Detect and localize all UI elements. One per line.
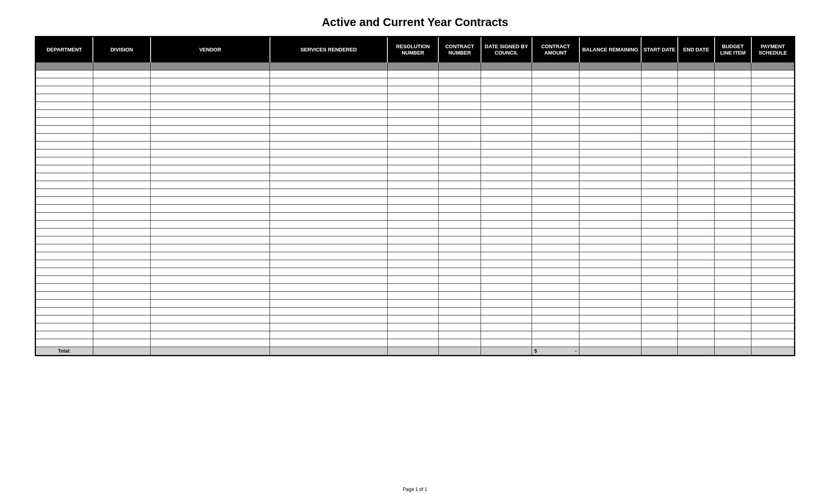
cell xyxy=(438,62,481,70)
cell xyxy=(93,252,151,260)
cell xyxy=(270,78,388,86)
cell xyxy=(641,62,678,70)
cell xyxy=(532,173,579,181)
cell xyxy=(751,126,795,134)
cell xyxy=(579,315,641,323)
cell xyxy=(751,62,795,70)
cell xyxy=(151,94,270,102)
cell xyxy=(532,260,579,268)
cell xyxy=(751,110,795,118)
cell xyxy=(678,110,715,118)
cell xyxy=(579,252,641,260)
cell xyxy=(270,157,388,165)
cell xyxy=(579,236,641,244)
cell xyxy=(678,228,715,236)
cell xyxy=(36,268,93,276)
cell xyxy=(36,173,93,181)
cell xyxy=(751,205,795,213)
cell xyxy=(387,252,438,260)
cell xyxy=(751,323,795,331)
cell xyxy=(93,236,151,244)
cell xyxy=(678,276,715,284)
table-row xyxy=(36,213,795,221)
cell xyxy=(93,94,151,102)
cell xyxy=(579,86,641,94)
total-cell xyxy=(481,347,532,356)
cell xyxy=(715,292,751,300)
cell xyxy=(151,315,270,323)
cell xyxy=(678,260,715,268)
cell xyxy=(387,244,438,252)
cell xyxy=(715,323,751,331)
cell xyxy=(270,292,388,300)
cell xyxy=(481,118,532,126)
cell xyxy=(751,228,795,236)
cell xyxy=(93,189,151,197)
cell xyxy=(641,331,678,339)
cell xyxy=(641,244,678,252)
cell xyxy=(641,134,678,142)
table-row xyxy=(36,142,795,149)
cell xyxy=(715,236,751,244)
cell xyxy=(481,181,532,189)
cell xyxy=(387,315,438,323)
cell xyxy=(532,315,579,323)
cell xyxy=(579,149,641,157)
table-row xyxy=(36,94,795,102)
cell xyxy=(270,86,388,94)
cell xyxy=(481,165,532,173)
cell xyxy=(36,292,93,300)
cell xyxy=(438,157,481,165)
cell xyxy=(481,94,532,102)
total-cell xyxy=(641,347,678,356)
cell xyxy=(36,118,93,126)
cell xyxy=(579,62,641,70)
table-row xyxy=(36,62,795,70)
cell xyxy=(751,268,795,276)
cell xyxy=(438,149,481,157)
cell xyxy=(438,292,481,300)
cell xyxy=(641,94,678,102)
page-footer: Page 1 of 1 xyxy=(0,487,830,492)
cell xyxy=(678,189,715,197)
cell xyxy=(387,205,438,213)
cell xyxy=(270,268,388,276)
table-row xyxy=(36,78,795,86)
cell xyxy=(641,189,678,197)
cell xyxy=(93,173,151,181)
cell xyxy=(93,315,151,323)
cell xyxy=(579,221,641,228)
cell xyxy=(438,323,481,331)
cell xyxy=(438,300,481,308)
cell xyxy=(641,86,678,94)
cell xyxy=(715,134,751,142)
cell xyxy=(438,165,481,173)
cell xyxy=(151,165,270,173)
table-row xyxy=(36,315,795,323)
cell xyxy=(641,181,678,189)
cell xyxy=(93,260,151,268)
cell xyxy=(36,260,93,268)
total-cell xyxy=(579,347,641,356)
cell xyxy=(678,244,715,252)
table-row xyxy=(36,110,795,118)
cell xyxy=(641,221,678,228)
table-row xyxy=(36,268,795,276)
cell xyxy=(532,236,579,244)
cell xyxy=(715,315,751,323)
cell xyxy=(678,118,715,126)
cell xyxy=(579,284,641,292)
cell xyxy=(481,126,532,134)
cell xyxy=(641,284,678,292)
cell xyxy=(715,260,751,268)
cell xyxy=(532,149,579,157)
cell xyxy=(751,165,795,173)
table-row xyxy=(36,189,795,197)
cell xyxy=(270,228,388,236)
cell xyxy=(93,70,151,78)
cell xyxy=(270,236,388,244)
cell xyxy=(438,339,481,347)
cell xyxy=(438,142,481,149)
cell xyxy=(93,102,151,110)
cell xyxy=(579,157,641,165)
